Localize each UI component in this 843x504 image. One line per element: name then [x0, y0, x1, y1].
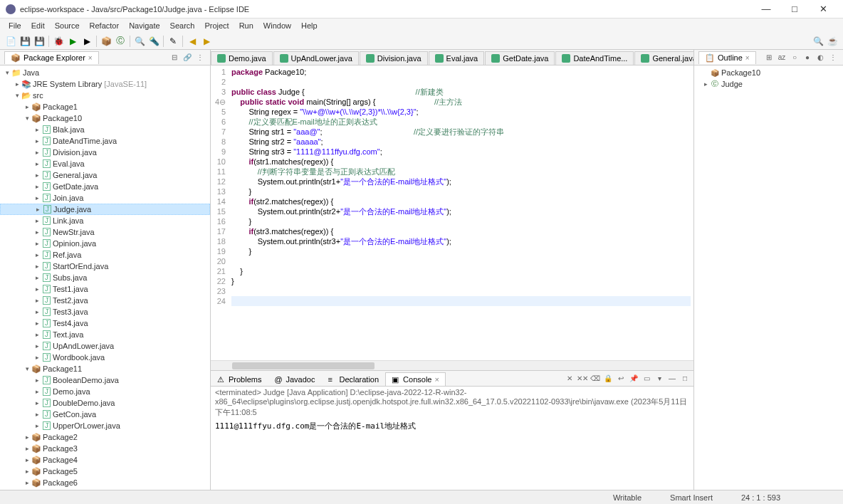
menu-file[interactable]: File	[4, 20, 26, 31]
link-editor-button[interactable]: 🔗	[182, 52, 193, 63]
perspective-java-button[interactable]: ☕	[826, 35, 839, 48]
close-icon[interactable]: ×	[434, 375, 439, 384]
package11[interactable]: ▾📦Package11	[0, 363, 210, 374]
file-test2-java[interactable]: ▸🄹Test2.java	[0, 295, 210, 306]
view-menu-button[interactable]: ⋮	[827, 52, 839, 63]
editor-tab-eval-java[interactable]: Eval.java	[429, 51, 485, 65]
display-console-button[interactable]: ▭	[641, 374, 652, 386]
file-judge-java[interactable]: ▸🄹Judge.java	[0, 204, 210, 215]
open-type-button[interactable]: 🔍	[133, 35, 146, 48]
sort-button[interactable]: az	[776, 52, 787, 63]
pin-console-button[interactable]: 📌	[628, 374, 639, 386]
menu-window[interactable]: Window	[259, 20, 295, 31]
menu-search[interactable]: Search	[166, 20, 199, 31]
open-console-button[interactable]: ▾	[654, 374, 665, 386]
package3[interactable]: ▸📦Package3	[0, 443, 210, 454]
outline-tree[interactable]: 📦Package10▸ⒸJudge	[694, 65, 843, 490]
file-ref-java[interactable]: ▸🄹Ref.java	[0, 249, 210, 261]
menu-source[interactable]: Source	[51, 20, 84, 31]
file-newstr-java[interactable]: ▸🄹NewStr.java	[0, 226, 210, 238]
file-doubledemo-java[interactable]: ▸🄹DoubleDemo.java	[0, 397, 210, 409]
project-java[interactable]: ▾📁Java	[0, 67, 210, 78]
menu-navigate[interactable]: Navigate	[125, 20, 164, 31]
file-wordbook-java[interactable]: ▸🄹Wordbook.java	[0, 352, 210, 363]
file-text-java[interactable]: ▸🄹Text.java	[0, 329, 210, 340]
file-link-java[interactable]: ▸🄹Link.java	[0, 215, 210, 226]
file-general-java[interactable]: ▸🄹General.java	[0, 169, 210, 181]
remove-all-button[interactable]: ✕✕	[577, 374, 588, 386]
file-upandlower-java[interactable]: ▸🄹UpAndLower.java	[0, 340, 210, 352]
file-opinion-java[interactable]: ▸🄹Opinion.java	[0, 238, 210, 249]
menu-edit[interactable]: Edit	[27, 20, 49, 31]
outline-class[interactable]: ▸ⒸJudge	[694, 78, 843, 90]
file-test4-java[interactable]: ▸🄹Test4.java	[0, 317, 210, 329]
new-class-button[interactable]: Ⓒ	[114, 35, 127, 48]
file-eval-java[interactable]: ▸🄹Eval.java	[0, 158, 210, 169]
package1[interactable]: ▸📦Package1	[0, 101, 210, 112]
forward-button[interactable]: ▶	[200, 35, 213, 48]
outline-package[interactable]: 📦Package10	[694, 67, 843, 78]
package-explorer-tree[interactable]: ▾📁Java▸📚JRE System Library [JavaSE-11]▾📂…	[0, 65, 210, 490]
maximize-button[interactable]: □	[780, 4, 809, 14]
bottom-tab-console[interactable]: ▣Console ×	[385, 372, 446, 386]
collapse-all-button[interactable]: ⊟	[169, 52, 180, 63]
clear-console-button[interactable]: ⌫	[590, 374, 601, 386]
word-wrap-button[interactable]: ↩	[615, 374, 627, 386]
hide-nonpublic-button[interactable]: ◐	[815, 52, 826, 63]
editor-tab-general-java[interactable]: General.java	[634, 51, 693, 65]
editor-scrollbar-horizontal[interactable]	[211, 360, 693, 370]
menu-refactor[interactable]: Refactor	[85, 20, 124, 31]
editor-tab-dateandtime-[interactable]: DateAndTime...	[555, 51, 634, 65]
view-menu-button[interactable]: ⋮	[194, 52, 206, 63]
file-dateandtime-java[interactable]: ▸🄹DateAndTime.java	[0, 135, 210, 147]
close-icon[interactable]: ×	[88, 54, 93, 62]
file-test3-java[interactable]: ▸🄹Test3.java	[0, 306, 210, 317]
menu-help[interactable]: Help	[297, 20, 322, 31]
scrollbar-thumb[interactable]	[232, 362, 375, 369]
new-button[interactable]: 📄	[4, 35, 17, 48]
file-demo-java[interactable]: ▸🄹Demo.java	[0, 386, 210, 397]
console-output[interactable]: 1111@111ffyu.dfg.com是一个合法的E-mail地址格式	[211, 419, 693, 490]
package-explorer-tab[interactable]: 📦 Package Explorer ×	[4, 51, 99, 64]
code-editor[interactable]: 1234⊖56789101112131415161718192021222324…	[211, 65, 693, 360]
bottom-tab-declaration[interactable]: ≡Declaration	[321, 372, 385, 386]
file-test1-java[interactable]: ▸🄹Test1.java	[0, 283, 210, 295]
file-startorend-java[interactable]: ▸🄹StartOrEnd.java	[0, 261, 210, 272]
code-content[interactable]: package Package10; public class Judge { …	[229, 65, 693, 360]
run-button[interactable]: ▶	[66, 35, 79, 48]
package4[interactable]: ▸📦Package4	[0, 454, 210, 466]
save-button[interactable]: 💾	[19, 35, 31, 48]
close-button[interactable]: ✕	[809, 4, 837, 14]
package2[interactable]: ▸📦Package2	[0, 431, 210, 443]
minimize-panel-button[interactable]: —	[666, 374, 678, 386]
package5[interactable]: ▸📦Package5	[0, 466, 210, 477]
editor-tab-division-java[interactable]: Division.java	[360, 51, 428, 65]
close-icon[interactable]: ×	[745, 54, 750, 62]
file-getcon-java[interactable]: ▸🄹GetCon.java	[0, 409, 210, 420]
file-getdate-java[interactable]: ▸🄹GetDate.java	[0, 181, 210, 192]
hide-fields-button[interactable]: ○	[789, 52, 800, 63]
menu-run[interactable]: Run	[235, 20, 258, 31]
debug-button[interactable]: 🐞	[52, 35, 65, 48]
package10[interactable]: ▾📦Package10	[0, 112, 210, 124]
outline-tab[interactable]: 📋 Outline ×	[698, 51, 756, 64]
remove-launch-button[interactable]: ✕	[564, 374, 575, 386]
editor-tab-getdate-java[interactable]: GetDate.java	[485, 51, 555, 65]
save-all-button[interactable]: 💾	[33, 35, 46, 48]
new-package-button[interactable]: 📦	[100, 35, 112, 48]
back-button[interactable]: ◀	[186, 35, 199, 48]
coverage-button[interactable]: ▶	[80, 35, 93, 48]
hide-static-button[interactable]: ●	[802, 52, 813, 63]
jre-library[interactable]: ▸📚JRE System Library [JavaSE-11]	[0, 78, 210, 90]
search-button[interactable]: 🔦	[147, 35, 160, 48]
file-subs-java[interactable]: ▸🄹Subs.java	[0, 272, 210, 283]
package6[interactable]: ▸📦Package6	[0, 477, 210, 488]
quick-access-button[interactable]: 🔍	[812, 35, 824, 48]
focus-button[interactable]: ⊞	[763, 52, 775, 63]
file-booleandemo-java[interactable]: ▸🄹BooleanDemo.java	[0, 374, 210, 386]
src-folder[interactable]: ▾📂src	[0, 90, 210, 101]
file-upperorlower-java[interactable]: ▸🄹UpperOrLower.java	[0, 420, 210, 431]
scroll-lock-button[interactable]: 🔒	[602, 374, 614, 386]
minimize-button[interactable]: —	[752, 4, 780, 14]
file-join-java[interactable]: ▸🄹Join.java	[0, 192, 210, 204]
